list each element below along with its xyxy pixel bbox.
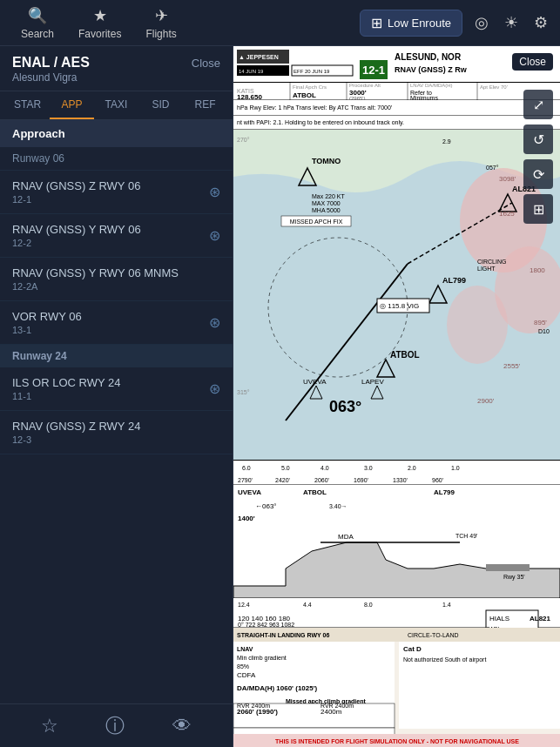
svg-text:ALESUND, NOR: ALESUND, NOR <box>395 52 462 62</box>
svg-text:063°: 063° <box>329 398 361 415</box>
svg-text:RNAV (GNSS) Z Rw: RNAV (GNSS) Z Rw <box>395 65 468 74</box>
list-item-ils-24[interactable]: ILS OR LOC RWY 24 11-1 ⊛ <box>0 367 233 411</box>
svg-rect-137 <box>399 642 560 729</box>
fullscreen-button[interactable]: ⤢ <box>523 90 553 119</box>
plane-icon: ✈ <box>155 6 168 25</box>
svg-text:MAX 7000: MAX 7000 <box>312 200 341 206</box>
overlay-icon-3: ⊛ <box>209 314 220 331</box>
svg-text:ATBOL: ATBOL <box>390 350 420 360</box>
eye-icon[interactable]: 👁 <box>165 708 199 744</box>
search-label: Search <box>21 28 54 40</box>
svg-rect-13 <box>233 83 560 100</box>
list-item-rnav-z-24[interactable]: RNAV (GNSS) Z RWY 24 12-3 <box>0 411 233 454</box>
svg-text:LNAV: LNAV <box>237 646 253 652</box>
svg-text:12-1: 12-1 <box>362 64 385 77</box>
svg-text:1400': 1400' <box>238 515 255 522</box>
svg-text:RVR 2400m: RVR 2400m <box>320 703 354 709</box>
tab-bar: STAR APP TAXI SID REF <box>0 91 233 120</box>
nav-favorites[interactable]: ★ Favorites <box>66 6 133 40</box>
location-button[interactable]: ◎ <box>471 10 492 36</box>
left-panel: ENAL / AES Alesund Vigra Close STAR APP … <box>0 46 233 747</box>
tab-ref[interactable]: REF <box>183 91 227 119</box>
svg-text:2400m: 2400m <box>320 708 342 716</box>
svg-text:HIALS: HIALS <box>489 615 509 622</box>
svg-text:TCH 49': TCH 49' <box>455 533 477 539</box>
svg-text:hPa   Rwy Elev: 1 hPa   Trans : hPa Rwy Elev: 1 hPa Trans level: By ATC … <box>237 104 392 111</box>
bottom-bar: ☆ ⓘ 👁 <box>0 703 233 747</box>
nav-flights[interactable]: ✈ Flights <box>133 6 188 40</box>
svg-text:2900': 2900' <box>477 397 495 405</box>
svg-text:UVEVA: UVEVA <box>238 488 261 496</box>
enroute-button[interactable]: ⊞ Low Enroute <box>360 10 462 37</box>
panel-header-left: ENAL / AES Alesund Vigra <box>12 55 90 84</box>
svg-text:8.0: 8.0 <box>364 602 373 608</box>
section-divider-runway24: Runway 24 <box>0 345 233 367</box>
svg-point-39 <box>447 286 508 364</box>
svg-text:2060' (1990'): 2060' (1990') <box>237 708 278 716</box>
svg-text:0°  722  842  963  1082: 0° 722 842 963 1082 <box>238 622 294 628</box>
overlay-icon-4: ⊛ <box>209 380 220 397</box>
svg-text:2790': 2790' <box>238 477 253 483</box>
svg-text:AL799: AL799 <box>442 276 466 285</box>
svg-text:6.0: 6.0 <box>242 465 251 471</box>
svg-text:▲ JEPPESEN: ▲ JEPPESEN <box>239 54 279 60</box>
list-item-rnav-z-24-group: RNAV (GNSS) Z RWY 24 12-3 <box>12 420 140 445</box>
svg-text:1690': 1690' <box>354 477 368 483</box>
svg-text:ATBOL: ATBOL <box>293 91 316 99</box>
svg-text:Rwy 35': Rwy 35' <box>503 574 525 581</box>
svg-text:MHA 5000: MHA 5000 <box>312 207 341 213</box>
section-approach-label: Approach <box>12 127 65 140</box>
tab-app[interactable]: APP <box>50 91 94 119</box>
info-icon[interactable]: ⓘ <box>98 706 132 746</box>
tab-taxi[interactable]: TAXI <box>94 91 138 119</box>
svg-text:5.0: 5.0 <box>281 465 290 471</box>
list-item-rnav-y-06-mnms[interactable]: RNAV (GNSS) Y RWY 06 MNMS 12-2A <box>0 258 233 301</box>
list-item-rnav-z-06[interactable]: RNAV (GNSS) Z RWY 06 12-1 ⊛ <box>0 171 233 214</box>
svg-text:CDFA: CDFA <box>237 671 256 679</box>
svg-text:CIRCLING: CIRCLING <box>477 259 506 265</box>
svg-text:2420': 2420' <box>275 477 290 483</box>
svg-text:Procedure Alt: Procedure Alt <box>349 83 381 88</box>
list-item-runway06-header: Runway 06 <box>0 147 233 171</box>
svg-text:3098': 3098' <box>499 175 516 183</box>
list-item-rnav-y-06-mnms-group: RNAV (GNSS) Y RWY 06 MNMS 12-2A <box>12 266 179 292</box>
svg-text:Minimums: Minimums <box>410 95 438 101</box>
svg-text:270°: 270° <box>237 137 250 143</box>
svg-text:AL799: AL799 <box>434 488 455 496</box>
svg-text:2.9: 2.9 <box>442 138 451 145</box>
brightness-button[interactable]: ☀ <box>501 10 522 36</box>
svg-text:LNAV DA/MDA(H): LNAV DA/MDA(H) <box>410 83 453 88</box>
rotate-button[interactable]: ↺ <box>523 124 553 154</box>
svg-text:Not authorized South of airpor: Not authorized South of airport <box>403 656 486 663</box>
list-item-vor-06[interactable]: VOR RWY 06 13-1 ⊛ <box>0 301 233 345</box>
svg-text:RVR 2400m: RVR 2400m <box>237 703 270 709</box>
list-item-vor-06-group: VOR RWY 06 13-1 <box>12 310 82 335</box>
favorites-label: Favorites <box>78 28 121 40</box>
svg-text:4.4: 4.4 <box>303 602 312 608</box>
layers-chart-button[interactable]: ⊞ <box>523 194 553 224</box>
settings-button[interactable]: ⚙ <box>530 10 551 36</box>
refresh-button[interactable]: ⟳ <box>523 159 553 189</box>
svg-text:←063°: ←063° <box>255 502 277 510</box>
tab-sid[interactable]: SID <box>138 91 183 119</box>
svg-text:Min climb gradient: Min climb gradient <box>237 655 287 662</box>
svg-text:STRAIGHT-IN LANDING RWY 06: STRAIGHT-IN LANDING RWY 06 <box>237 632 329 638</box>
tab-star[interactable]: STAR <box>5 91 50 119</box>
svg-text:LIGHT: LIGHT <box>477 266 496 272</box>
svg-text:DA/MDA(H) 1060' (1025'): DA/MDA(H) 1060' (1025') <box>237 684 318 692</box>
bookmark-icon[interactable]: ☆ <box>34 708 65 744</box>
chart-close-button[interactable]: Close <box>512 53 553 71</box>
nav-search[interactable]: 🔍 Search <box>9 6 66 40</box>
list-item-rnav-y-06[interactable]: RNAV (GNSS) Y RWY 06 12-2 ⊛ <box>0 214 233 258</box>
list-item-ils-24-group: ILS OR LOC RWY 24 11-1 <box>12 376 121 401</box>
enroute-label: Low Enroute <box>388 17 451 30</box>
svg-text:12.4: 12.4 <box>238 602 250 608</box>
svg-text:1800: 1800 <box>530 266 545 274</box>
svg-rect-108 <box>233 598 560 610</box>
svg-rect-92 <box>233 485 560 499</box>
svg-text:TOMNO: TOMNO <box>312 157 341 165</box>
panel-close-button[interactable]: Close <box>192 57 220 70</box>
svg-text:ATBOL: ATBOL <box>303 488 327 496</box>
svg-text:D10: D10 <box>538 328 550 334</box>
chart-image[interactable]: ▲ JEPPESEN 14 JUN 19 EFF 20 JUN 19 12-1 … <box>233 46 560 747</box>
